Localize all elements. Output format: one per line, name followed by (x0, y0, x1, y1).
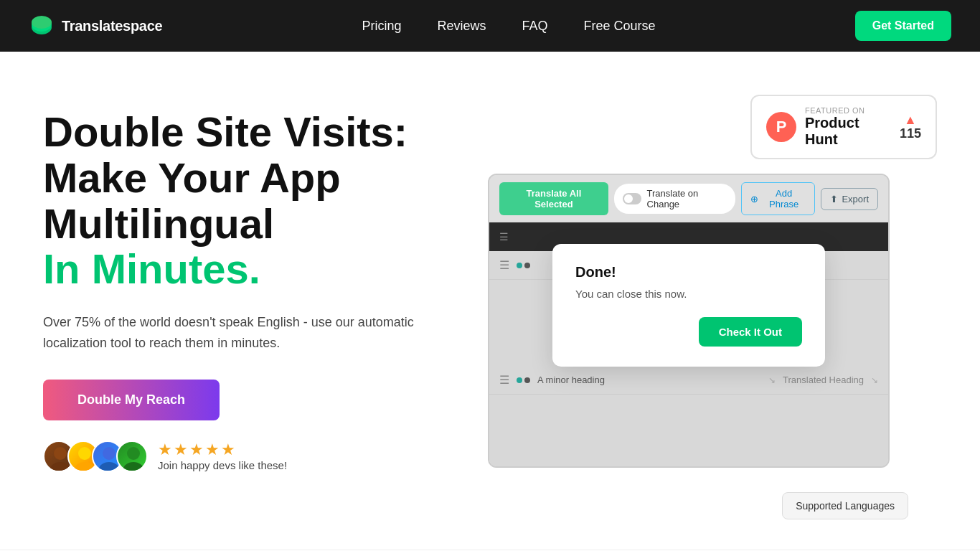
svg-point-2 (32, 16, 52, 29)
svg-point-7 (103, 447, 116, 460)
nav-link-pricing[interactable]: Pricing (362, 19, 401, 34)
nav-links: Pricing Reviews FAQ Free Course (362, 19, 655, 34)
navbar: Translatespace Pricing Reviews FAQ Free … (0, 0, 980, 52)
row-translated-text: Translated Heading (783, 375, 864, 385)
translate-change-label: Translate on Change (647, 188, 727, 209)
dot-dark-2 (524, 377, 530, 383)
mockup-translated-row: ☰ A minor heading ↘ Translated Heading ↘ (489, 366, 888, 395)
get-started-button[interactable]: Get Started (855, 11, 951, 41)
svg-point-3 (54, 447, 67, 460)
resize-icon: ↘ (768, 375, 776, 385)
ph-name: Product Hunt (805, 115, 891, 148)
hero-title-line2: Make Your App (43, 154, 341, 201)
logo-icon (29, 13, 55, 39)
mockup-rows-area: ☰ ☰ Done! You can close this now. Check … (489, 222, 888, 466)
star-rating: ★★★★★ (158, 441, 287, 459)
social-proof: ★★★★★ Join happy devs like these! (43, 441, 459, 472)
resize-icon-2: ↘ (871, 375, 878, 385)
row-original-text: A minor heading (537, 375, 761, 385)
toggle-switch[interactable] (623, 193, 641, 204)
svg-point-9 (127, 447, 140, 460)
export-label: Export (842, 194, 869, 204)
nav-link-reviews[interactable]: Reviews (438, 19, 486, 34)
ph-number: 115 (900, 126, 921, 141)
hero-title-green: In Minutes. (43, 245, 260, 292)
logo-text: Translatespace (62, 18, 162, 34)
ph-arrow-icon: ▲ (904, 113, 917, 126)
row-icon: ☰ (499, 258, 509, 272)
double-my-reach-button[interactable]: Double My Reach (43, 380, 220, 420)
export-icon: ⬆ (830, 194, 838, 204)
product-hunt-text: FEATURED ON Product Hunt (805, 106, 891, 148)
supported-languages-badge[interactable]: Supported Languages (782, 492, 908, 519)
plus-icon: ⊕ (750, 194, 758, 204)
stars-and-text: ★★★★★ Join happy devs like these! (158, 441, 287, 471)
ph-count: ▲ 115 (900, 113, 921, 141)
ph-featured-label: FEATURED ON (805, 106, 891, 115)
row-dots-2 (517, 377, 530, 383)
avatar (116, 441, 148, 472)
row-filter-icon: ☰ (499, 373, 509, 387)
export-button[interactable]: ⬆ Export (821, 188, 878, 210)
avatars-group (43, 441, 148, 472)
dot-dark (524, 263, 530, 268)
add-phrase-button[interactable]: ⊕ Add Phrase (741, 182, 816, 215)
done-subtitle: You can close this now. (575, 288, 802, 300)
mockup-toolbar: Translate All Selected Translate on Chan… (489, 175, 888, 222)
svg-point-6 (75, 462, 95, 472)
translate-all-button[interactable]: Translate All Selected (499, 182, 608, 215)
svg-point-4 (50, 462, 70, 472)
add-phrase-label: Add Phrase (762, 188, 806, 209)
svg-point-8 (99, 462, 119, 472)
product-hunt-badge[interactable]: P FEATURED ON Product Hunt ▲ 115 (750, 95, 937, 159)
join-text: Join happy devs like these! (158, 459, 287, 471)
hero-left: Double Site Visits: Make Your App Multil… (43, 95, 459, 472)
check-it-out-button[interactable]: Check It Out (699, 317, 802, 347)
hero-title: Double Site Visits: Make Your App Multil… (43, 109, 459, 292)
app-mockup: Translate All Selected Translate on Chan… (488, 174, 890, 468)
dot-teal-2 (517, 377, 522, 383)
nav-link-faq[interactable]: FAQ (522, 19, 548, 34)
svg-point-5 (78, 447, 91, 460)
translate-change-toggle[interactable]: Translate on Change (614, 184, 735, 214)
hero-section: Double Site Visits: Make Your App Multil… (0, 52, 980, 535)
svg-point-10 (123, 462, 143, 472)
hero-title-line1: Double Site Visits: (43, 108, 407, 155)
row-dots (517, 263, 530, 268)
hero-subtitle: Over 75% of the world doesn't speak Engl… (43, 312, 416, 354)
done-title: Done! (575, 264, 802, 281)
hero-right: P FEATURED ON Product Hunt ▲ 115 Transla… (488, 95, 937, 507)
toggle-dot (624, 194, 633, 203)
product-hunt-logo: P (766, 112, 796, 142)
nav-logo-area: Translatespace (29, 13, 162, 39)
filter-icon: ☰ (499, 231, 509, 242)
dot-teal (517, 263, 522, 268)
nav-link-free-course[interactable]: Free Course (584, 19, 656, 34)
hero-title-line3: Multilingual (43, 200, 274, 247)
done-popup: Done! You can close this now. Check It O… (552, 244, 825, 367)
